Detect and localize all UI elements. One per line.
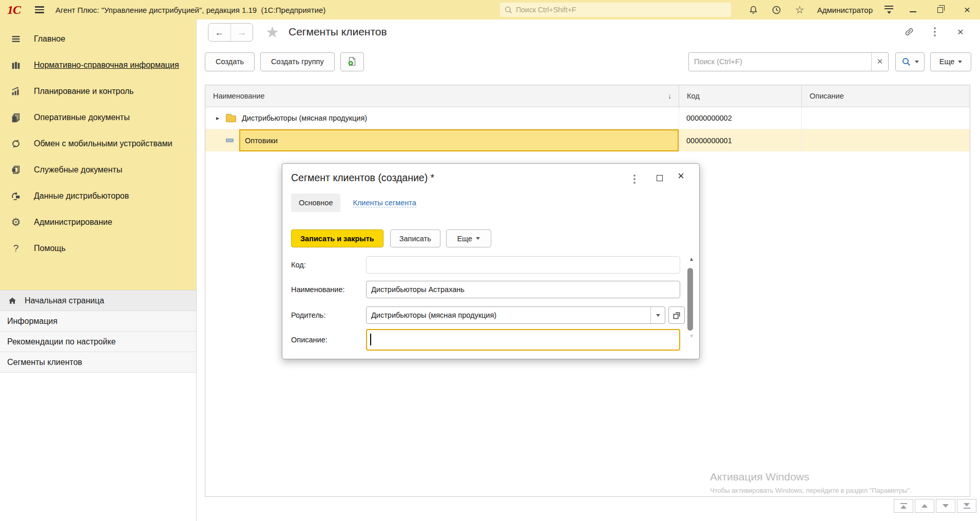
menu-icon xyxy=(8,33,24,45)
dialog-title: Сегмент клиентов (создание) * xyxy=(291,172,434,184)
parent-combo[interactable]: Дистрибьюторы (мясная продукция) xyxy=(366,306,665,324)
sidebar-item-setup-recommendations[interactable]: Рекомендации по настройке xyxy=(0,332,196,352)
selected-cell[interactable]: Оптовики xyxy=(239,129,679,151)
element-icon xyxy=(226,139,234,142)
global-search[interactable] xyxy=(500,3,731,17)
functions-menu-icon[interactable] xyxy=(885,6,893,14)
help-icon: ? xyxy=(8,242,24,254)
table-row[interactable]: ▸ Дистрибьюторы (мясная продукция) 00000… xyxy=(205,107,970,129)
column-header-code[interactable]: Код xyxy=(679,85,801,107)
save-and-close-button[interactable]: Записать и закрыть xyxy=(291,229,383,247)
service-documents-icon xyxy=(8,164,24,176)
page-close-button[interactable]: × xyxy=(955,26,966,37)
link-icon[interactable] xyxy=(904,26,915,37)
code-label: Код: xyxy=(291,256,366,274)
minimize-button[interactable] xyxy=(905,3,920,16)
scroll-up-button[interactable] xyxy=(915,499,934,513)
dialog-scroll-down-icon[interactable]: ▼ xyxy=(689,333,694,339)
window-close-button[interactable]: × xyxy=(959,3,975,16)
sidebar-item-home[interactable]: Начальная страница xyxy=(0,290,196,311)
search-settings-button[interactable] xyxy=(895,52,925,71)
parent-label: Родитель: xyxy=(291,306,366,324)
sync-icon xyxy=(8,138,24,149)
documents-icon xyxy=(8,112,24,123)
dialog-maximize-icon[interactable] xyxy=(657,175,663,181)
tab-segment-clients[interactable]: Клиенты сегмента xyxy=(353,199,416,207)
create-by-copy-button[interactable] xyxy=(340,52,364,71)
history-nav: ← → xyxy=(208,23,253,42)
restore-button[interactable] xyxy=(932,3,948,16)
sidebar-item-service-documents[interactable]: Служебные документы xyxy=(0,157,196,183)
description-label: Описание: xyxy=(291,329,366,351)
dialog-scrollbar[interactable] xyxy=(687,268,693,331)
home-icon xyxy=(7,296,17,306)
folder-icon xyxy=(226,115,236,122)
toolbar: Создать Создать группу ✕ Еще xyxy=(205,52,971,71)
windows-activation-watermark: Активация Windows xyxy=(710,471,810,483)
favorite-star-icon[interactable]: ★ xyxy=(265,24,279,41)
table-search[interactable]: ✕ xyxy=(688,52,889,71)
gear-icon: ⚙ xyxy=(8,217,24,227)
search-icon xyxy=(901,57,911,67)
window-title: Агент Плюс: "Управление дистрибуцией", р… xyxy=(55,6,325,14)
dialog-more-menu-icon[interactable] xyxy=(633,175,636,184)
more-button[interactable]: Еще xyxy=(930,52,971,71)
current-user[interactable]: Администратор xyxy=(817,6,873,14)
create-button[interactable]: Создать xyxy=(205,52,255,71)
save-button[interactable]: Записать xyxy=(390,229,440,247)
tab-main[interactable]: Основное xyxy=(291,194,340,212)
column-header-name[interactable]: Наименование ↓ xyxy=(205,85,679,107)
dialog-scroll-up-icon[interactable]: ▲ xyxy=(689,256,694,262)
sidebar-item-client-segments[interactable]: Сегменты клиентов xyxy=(0,352,196,373)
columns-icon xyxy=(8,60,24,71)
sidebar-item-planning-control[interactable]: Планирование и контроль xyxy=(0,78,196,104)
sidebar-item-information[interactable]: Информация xyxy=(0,311,196,332)
chevron-down-icon xyxy=(476,237,480,240)
forward-button[interactable]: → xyxy=(231,24,253,41)
clear-search-icon[interactable]: ✕ xyxy=(871,53,888,71)
sidebar-item-help[interactable]: ? Помощь xyxy=(0,235,196,261)
search-icon xyxy=(504,6,513,14)
name-label: Наименование: xyxy=(291,281,366,298)
dialog-close-icon[interactable]: × xyxy=(678,169,684,183)
sidebar-item-administration[interactable]: ⚙ Администрирование xyxy=(0,209,196,235)
sidebar-item-main[interactable]: Главное xyxy=(0,26,196,52)
table-search-input[interactable] xyxy=(689,57,871,66)
code-field[interactable] xyxy=(366,256,680,274)
document-plus-icon xyxy=(347,56,358,67)
favorites-star-icon[interactable]: ☆ xyxy=(794,4,805,15)
global-search-input[interactable] xyxy=(516,6,727,14)
more-menu-icon[interactable] xyxy=(929,26,940,37)
sort-descending-icon: ↓ xyxy=(668,92,671,100)
chevron-down-icon xyxy=(958,61,962,63)
chevron-down-icon xyxy=(915,61,919,63)
sidebar-item-operational-documents[interactable]: Оперативные документы xyxy=(0,104,196,130)
sidebar-item-distributor-data[interactable]: Данные дистрибьюторов xyxy=(0,183,196,209)
page-title: Сегменты клиентов xyxy=(289,26,387,38)
back-button[interactable]: ← xyxy=(208,24,231,41)
open-parent-icon[interactable] xyxy=(668,306,685,324)
dialog-more-button[interactable]: Еще xyxy=(446,229,491,247)
segment-create-dialog: Сегмент клиентов (создание) * × Основное… xyxy=(282,163,700,359)
scroll-top-button[interactable] xyxy=(894,499,913,513)
create-group-button[interactable]: Создать группу xyxy=(260,52,335,71)
scroll-down-button[interactable] xyxy=(936,499,955,513)
bell-icon[interactable] xyxy=(748,4,759,15)
dialog-tabs: Основное Клиенты сегмента xyxy=(291,194,416,212)
sidebar-item-mobile-exchange[interactable]: Обмен с мобильными устройствами xyxy=(0,130,196,157)
name-field[interactable] xyxy=(366,281,680,298)
chart-icon xyxy=(8,86,24,97)
windows-activation-hint: Чтобы активировать Windows, перейдите в … xyxy=(710,487,912,494)
main-menu-icon[interactable] xyxy=(35,6,44,13)
scroll-bottom-button[interactable] xyxy=(957,499,976,513)
expand-icon[interactable]: ▸ xyxy=(216,114,226,122)
column-header-description[interactable]: Описание xyxy=(801,85,970,107)
chevron-down-icon[interactable] xyxy=(650,307,665,323)
history-icon[interactable] xyxy=(771,4,782,15)
table-row-selected[interactable]: Оптовики 00000000001 xyxy=(205,129,970,151)
description-field[interactable] xyxy=(366,329,680,351)
sidebar-item-reference-info[interactable]: Нормативно-справочная информация xyxy=(0,52,196,78)
sidebar: Главное Нормативно-справочная информация… xyxy=(0,20,197,521)
1c-logo: 1С xyxy=(7,3,21,17)
dialog-command-bar: Записать и закрыть Записать Еще xyxy=(291,229,682,247)
